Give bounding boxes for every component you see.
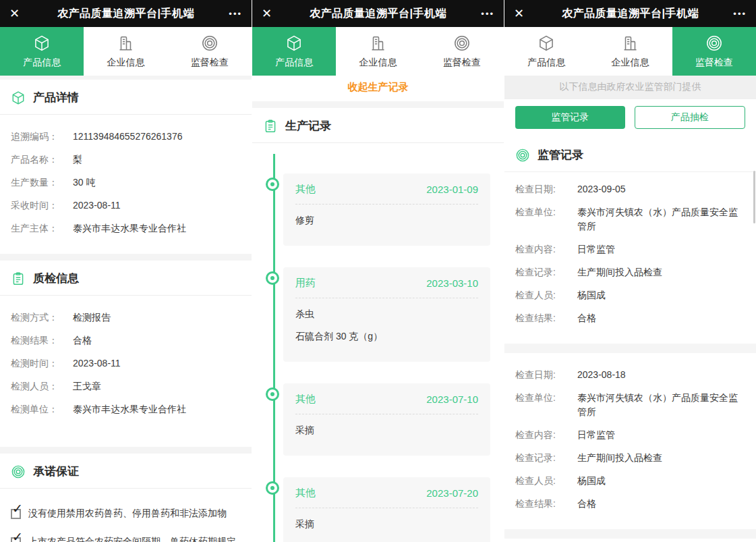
record-card-header: 其他 2023-07-20 <box>295 487 478 508</box>
tab-label: 产品信息 <box>275 57 313 69</box>
page-title: 农产品质量追溯平台|手机端 <box>289 7 467 21</box>
tab-supervision[interactable]: 监督检查 <box>420 27 504 76</box>
page-title: 农产品质量追溯平台|手机端 <box>36 7 215 21</box>
record-card-header: 其他 2023-01-09 <box>295 183 478 205</box>
record-type: 其他 <box>295 487 316 499</box>
target-icon <box>515 148 530 163</box>
detail-row: 检查日期: 2023-08-18 <box>515 368 745 382</box>
target-icon <box>705 34 723 52</box>
checked-checkbox[interactable]: ✓ <box>11 509 21 519</box>
building-icon <box>621 34 639 52</box>
section-quality-header: 质检信息 <box>0 261 252 296</box>
detail-row: 检查内容: 日常监管 <box>515 242 745 256</box>
row-value: 2023-08-11 <box>73 198 121 213</box>
timeline-dot-icon <box>266 178 279 191</box>
supervision-record: 检查日期: 2023-08-18 检查单位: 泰兴市河失镇农（水）产品质量安全监… <box>504 353 756 529</box>
row-label: 检查内容: <box>515 428 577 442</box>
commitment-list: ✓ 没有使用禁用农药兽药、停用兽药和非法添加物 ✓ 上市农产品符合农药安全间隔期… <box>0 489 252 542</box>
more-icon[interactable]: ••• <box>215 9 242 19</box>
row-value: 合格 <box>577 497 596 511</box>
supervision-records-button[interactable]: 监管记录 <box>515 106 625 129</box>
more-icon[interactable]: ••• <box>467 9 494 19</box>
detail-row: 检测结果： 合格 <box>11 333 241 348</box>
product-details-list: 追溯编码： 121139484655276261376 产品名称： 梨 生产数量… <box>0 115 252 254</box>
detail-row: 检测时间： 2023-08-11 <box>11 356 241 371</box>
row-value: 合格 <box>73 333 92 348</box>
detail-row: 检查日期: 2023-09-05 <box>515 182 745 196</box>
target-icon <box>453 34 471 52</box>
supervision-button-row: 监管记录 产品抽检 <box>504 99 756 137</box>
row-label: 检测人员： <box>11 379 73 394</box>
row-label: 检查人员: <box>515 288 577 302</box>
more-icon[interactable]: ••• <box>720 9 747 19</box>
detail-row: 生产主体： 泰兴市丰达水果专业合作社 <box>11 221 241 236</box>
supervision-record: 检查日期: 2023-09-05 检查单位: 泰兴市河失镇农（水）产品质量安全监… <box>504 172 756 344</box>
row-value: 生产期间投入品检查 <box>577 451 662 465</box>
tab-supervision[interactable]: 监督检查 <box>672 27 756 76</box>
tab-product-info[interactable]: 产品信息 <box>0 27 84 76</box>
scrollbar-thumb[interactable] <box>753 171 755 223</box>
cube-icon <box>285 34 303 52</box>
tab-company-info[interactable]: 企业信息 <box>336 27 419 76</box>
row-value: 日常监管 <box>577 242 615 256</box>
close-icon[interactable]: ✕ <box>514 6 541 21</box>
timeline-entry: 其他 2023-07-20 采摘 <box>283 477 490 542</box>
detail-row: 检测方式： 检测报告 <box>11 310 241 325</box>
production-timeline: 其他 2023-01-09 修剪 用药 2023-03-10 杀虫 石硫合剂 3… <box>252 143 504 542</box>
tab-supervision[interactable]: 监督检查 <box>168 27 252 76</box>
row-label: 追溯编码： <box>11 130 73 144</box>
timeline-dot-icon <box>266 387 279 401</box>
record-date: 2023-07-20 <box>426 487 478 499</box>
section-title: 产品详情 <box>33 90 79 105</box>
tab-label: 企业信息 <box>359 57 397 69</box>
collapse-production-records-link[interactable]: 收起生产记录 <box>252 76 504 101</box>
row-value: 杨国成 <box>577 474 606 488</box>
product-sampling-button[interactable]: 产品抽检 <box>635 106 746 129</box>
close-icon[interactable]: ✕ <box>9 6 36 21</box>
phone-screen-supervision: ✕ 农产品质量追溯平台|手机端 ••• 产品信息 企业信息 监督检查 以下信息由… <box>504 0 756 542</box>
tab-product-info[interactable]: 产品信息 <box>252 27 336 76</box>
commitment-text: 没有使用禁用农药兽药、停用兽药和非法添加物 <box>28 508 227 520</box>
close-icon[interactable]: ✕ <box>262 6 289 21</box>
record-detail: 采摘 <box>295 425 478 437</box>
row-label: 检查记录: <box>515 265 577 279</box>
titlebar: ✕ 农产品质量追溯平台|手机端 ••• <box>252 0 504 27</box>
row-value: 合格 <box>577 311 596 325</box>
detail-row: 采收时间： 2023-08-11 <box>11 198 241 213</box>
row-value: 2023-09-05 <box>577 182 626 196</box>
tab-label: 企业信息 <box>107 57 144 69</box>
detail-row: 检查结果: 合格 <box>515 311 745 325</box>
tab-label: 产品信息 <box>23 57 61 69</box>
checked-checkbox[interactable]: ✓ <box>11 537 21 542</box>
row-label: 检查单位: <box>515 391 577 419</box>
timeline-dot-icon <box>266 481 279 495</box>
section-title: 生产记录 <box>285 118 331 134</box>
divider <box>0 447 252 454</box>
record-detail: 修剪 <box>295 215 478 227</box>
record-card: 其他 2023-07-20 采摘 <box>283 477 490 542</box>
detail-row: 检查记录: 生产期间投入品检查 <box>515 265 745 279</box>
detail-row: 检查记录: 生产期间投入品检查 <box>515 451 745 465</box>
row-value: 2023-08-11 <box>73 356 121 371</box>
row-label: 检查人员: <box>515 474 577 488</box>
detail-row: 检查内容: 日常监管 <box>515 428 745 442</box>
row-value: 泰兴市丰达水果专业合作社 <box>73 221 186 236</box>
detail-row: 生产数量： 30 吨 <box>11 175 241 190</box>
detail-row: 检测单位： 泰兴市丰达水果专业合作社 <box>11 402 241 416</box>
timeline-entry: 其他 2023-01-09 修剪 <box>283 173 490 246</box>
record-card: 用药 2023-03-10 杀虫 石硫合剂 30 克（g） <box>283 267 490 362</box>
detail-row: 检查结果: 合格 <box>515 497 745 511</box>
tabbar: 产品信息 企业信息 监督检查 <box>252 27 504 76</box>
titlebar: ✕ 农产品质量追溯平台|手机端 ••• <box>0 0 252 27</box>
section-product-details-header: 产品详情 <box>0 80 252 115</box>
cube-icon <box>11 90 26 105</box>
tab-product-info[interactable]: 产品信息 <box>504 27 588 76</box>
tab-company-info[interactable]: 企业信息 <box>588 27 672 76</box>
tab-label: 监督检查 <box>443 57 481 69</box>
record-detail: 杀虫 <box>295 308 478 321</box>
section-supervision-records-header: 监管记录 <box>504 137 756 172</box>
row-label: 检查内容: <box>515 242 577 256</box>
row-value: 泰兴市河失镇农（水）产品质量安全监管所 <box>577 391 745 419</box>
row-label: 检查记录: <box>515 451 577 465</box>
tab-company-info[interactable]: 企业信息 <box>84 27 167 76</box>
